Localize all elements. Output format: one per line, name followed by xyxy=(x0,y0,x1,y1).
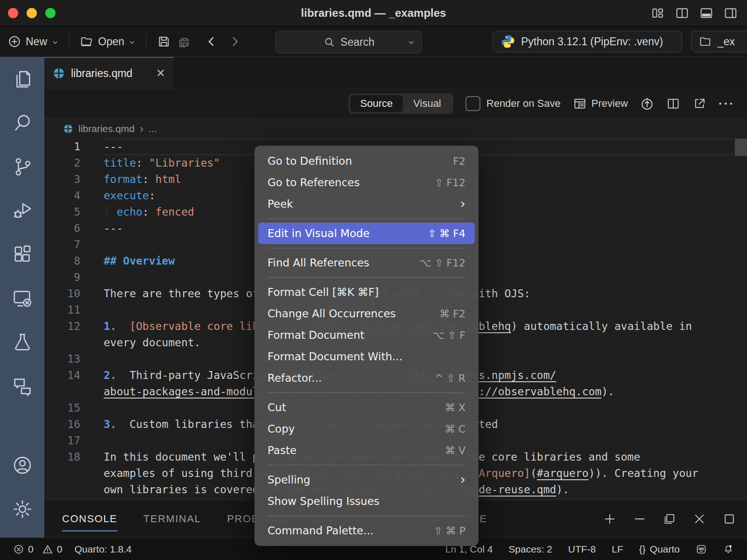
chevron-down-icon[interactable] xyxy=(408,39,415,46)
settings-gear-icon xyxy=(12,498,33,520)
menu-item-shortcut: ^ ⇧ R xyxy=(435,372,465,384)
render-on-save-checkbox[interactable] xyxy=(465,96,480,111)
sidebar-item-extensions[interactable] xyxy=(0,232,44,276)
toggle-secondary-sidebar-icon[interactable] xyxy=(724,6,738,20)
menu-item[interactable]: Spelling› xyxy=(258,469,475,490)
open-button[interactable]: Open xyxy=(80,35,136,49)
menu-item[interactable]: Cut⌘ X xyxy=(258,397,475,418)
menu-item[interactable]: Go to References⇧ F12 xyxy=(258,172,475,193)
menu-item-label: Spelling xyxy=(268,474,310,486)
line-number: 7 xyxy=(44,237,80,253)
menu-item[interactable]: Command Palette...⇧ ⌘ P xyxy=(258,520,475,541)
line-number xyxy=(44,335,80,351)
search-icon xyxy=(323,36,335,48)
breadcrumb-more[interactable]: ... xyxy=(148,123,157,134)
customize-layout-icon[interactable] xyxy=(651,6,665,20)
sidebar-item-settings[interactable] xyxy=(0,487,44,531)
save-button[interactable] xyxy=(157,35,171,49)
menu-item[interactable]: Change All Occurrences⌘ F2 xyxy=(258,303,475,324)
eol-status[interactable]: LF xyxy=(612,544,623,555)
publish-button[interactable] xyxy=(640,97,654,111)
restore-panel-icon[interactable] xyxy=(663,512,676,525)
sidebar-item-run-debug[interactable] xyxy=(0,189,44,232)
new-console-plus-icon[interactable] xyxy=(603,512,616,525)
navigate-forward-button[interactable] xyxy=(228,35,242,49)
editor-scrollbar[interactable] xyxy=(735,139,747,156)
project-button[interactable]: _ex xyxy=(691,31,747,52)
menu-item-label: Change All Occurrences xyxy=(268,308,396,320)
interpreter-selector[interactable]: Python 3.12.1 (PipEnv: .venv) xyxy=(493,31,682,52)
panel-tab-terminal[interactable]: TERMINAL xyxy=(143,500,201,538)
menu-item-shortcut: ⇧ ⌘ F4 xyxy=(428,228,465,239)
testing-icon xyxy=(12,331,33,353)
menu-item[interactable]: Format Cell [⌘K ⌘F] xyxy=(258,281,475,303)
notifications-bell-icon[interactable] xyxy=(723,544,734,555)
code-text: echo: fenced xyxy=(104,204,194,220)
sidebar-item-account[interactable] xyxy=(0,443,44,487)
visual-mode-button[interactable]: Visual xyxy=(403,95,451,112)
feedback-smiley-icon[interactable] xyxy=(696,544,707,555)
error-icon xyxy=(13,544,24,555)
editor-actions-bar: Source Visual Render on Save Preview ··· xyxy=(44,89,747,119)
navigate-back-button[interactable] xyxy=(204,35,218,49)
sidebar-item-search[interactable] xyxy=(0,101,44,145)
maximize-panel-icon[interactable] xyxy=(723,512,736,525)
quarto-file-icon xyxy=(63,124,73,134)
breadcrumb[interactable]: libraries.qmd › ... xyxy=(44,119,747,139)
line-number: 9 xyxy=(44,269,80,286)
menu-item[interactable]: Paste⌘ V xyxy=(258,440,475,461)
sidebar-item-source-control[interactable] xyxy=(0,145,44,189)
split-editor-icon[interactable] xyxy=(666,97,680,111)
code-text: --- xyxy=(104,139,123,155)
minimize-panel-icon[interactable] xyxy=(633,512,646,525)
line-number xyxy=(44,384,80,400)
menu-item[interactable]: Peek› xyxy=(258,193,475,215)
problems-status[interactable]: 0 0 xyxy=(13,544,62,555)
menu-item[interactable]: Find All References⌥ ⇧ F12 xyxy=(258,252,475,273)
language-mode-status[interactable]: {} Quarto xyxy=(639,544,680,555)
menu-item-label: Peek xyxy=(268,198,293,210)
minimize-window-button[interactable] xyxy=(27,8,37,18)
zoom-window-button[interactable] xyxy=(45,8,56,18)
close-tab-icon[interactable]: ✕ xyxy=(156,67,165,80)
forward-icon xyxy=(228,35,242,49)
menu-item[interactable]: Copy⌘ C xyxy=(258,418,475,440)
menu-item[interactable]: Edit in Visual Mode⇧ ⌘ F4 xyxy=(258,223,475,244)
save-all-button[interactable] xyxy=(177,35,191,49)
source-mode-button[interactable]: Source xyxy=(350,95,403,112)
quarto-version-status[interactable]: Quarto: 1.8.4 xyxy=(74,544,132,555)
sidebar-item-comments[interactable] xyxy=(0,364,44,408)
breadcrumb-file[interactable]: libraries.qmd xyxy=(78,123,134,134)
menu-item-label: Paste xyxy=(268,444,296,456)
menu-item[interactable]: Show Spelling Issues xyxy=(258,490,475,512)
close-panel-icon[interactable] xyxy=(693,512,706,525)
encoding-status[interactable]: UTF-8 xyxy=(568,544,596,555)
menu-item[interactable]: Go to DefinitionF2 xyxy=(258,150,475,172)
split-editor-layout-icon[interactable] xyxy=(675,6,689,20)
warning-icon xyxy=(42,544,53,555)
breadcrumb-chevron-icon: › xyxy=(140,122,143,135)
open-in-new-window-icon[interactable] xyxy=(692,97,706,111)
tab-libraries-qmd[interactable]: libraries.qmd ✕ xyxy=(44,57,174,89)
menu-item[interactable]: Refactor...^ ⇧ R xyxy=(258,367,475,389)
line-number: 2 xyxy=(44,155,80,171)
search-input[interactable]: Search xyxy=(275,31,422,53)
more-actions-icon[interactable]: ··· xyxy=(719,97,735,111)
sidebar-item-sessions[interactable] xyxy=(0,276,44,320)
back-icon xyxy=(204,35,218,49)
menu-separator xyxy=(268,392,465,393)
panel-tab-console[interactable]: CONSOLE xyxy=(62,500,117,538)
sidebar-item-explorer[interactable] xyxy=(0,57,44,101)
close-window-button[interactable] xyxy=(8,8,18,18)
save-icon xyxy=(157,35,171,49)
indentation-status[interactable]: Spaces: 2 xyxy=(508,544,552,555)
preview-icon xyxy=(573,97,587,111)
toggle-panel-icon[interactable] xyxy=(699,6,713,20)
menu-item[interactable]: Format Document⌥ ⇧ F xyxy=(258,324,475,346)
line-number: 11 xyxy=(44,302,80,318)
new-button[interactable]: New xyxy=(7,35,59,49)
menu-item[interactable]: Format Document With... xyxy=(258,346,475,367)
tab-label: libraries.qmd xyxy=(71,67,133,80)
preview-button[interactable]: Preview xyxy=(573,97,628,111)
sidebar-item-testing[interactable] xyxy=(0,320,44,364)
